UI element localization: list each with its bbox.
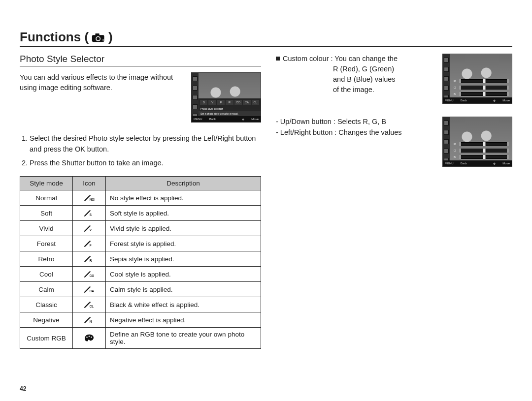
cell-mode: Calm: [20, 282, 73, 297]
th-desc: Description: [106, 177, 261, 190]
style-chip: CO: [234, 100, 242, 105]
rgb-sliders: R G B: [454, 79, 509, 96]
right-column: Custom colour : You can change the R (Re…: [276, 54, 512, 349]
menu-label: MENU: [445, 162, 454, 165]
camera-screenshot-rgb-1: R G B MENU Back ✥ Move: [442, 54, 512, 104]
table-row: Normal NOR No style effect is applied.: [20, 190, 261, 206]
svg-text:NOR: NOR: [90, 198, 95, 202]
slider-track: [459, 79, 509, 83]
slider-track: [459, 142, 509, 146]
table-row: Vivid V Vivid style is applied.: [20, 221, 261, 236]
slider-track: [459, 92, 509, 96]
th-mode: Style mode: [20, 177, 73, 190]
cell-desc: Forest style is applied.: [106, 236, 261, 251]
menu-label: MENU: [445, 99, 454, 102]
rgb-slider-row: G: [454, 86, 509, 90]
slider-thumb: [483, 92, 485, 96]
svg-text:V: V: [90, 229, 92, 232]
cell-desc: Soft style is applied.: [106, 206, 261, 221]
controls-text: - Up/Down button : Selects R, G, B- Left…: [276, 117, 435, 167]
cell-icon: V: [73, 221, 106, 236]
screenshot-bottom-bar: MENU Back ✥ Move: [443, 160, 512, 166]
left-column: Photo Style Selector You can add various…: [20, 54, 261, 349]
screenshot-left-strip: [443, 54, 450, 103]
slider-thumb: [483, 155, 485, 159]
cell-desc: Calm style is applied.: [106, 282, 261, 297]
rgb-slider-row: R: [454, 142, 509, 146]
back-label: Back: [209, 118, 216, 121]
cell-icon: CA: [73, 282, 106, 297]
slider-track: [459, 86, 509, 90]
section-subheading: Photo Style Selector: [20, 54, 261, 66]
slider-thumb: [483, 149, 485, 153]
svg-text:Fn: Fn: [102, 39, 105, 42]
cell-icon: CL: [73, 297, 106, 312]
svg-rect-3: [96, 33, 100, 35]
cell-mode: Cool: [20, 267, 73, 282]
cell-desc: Sepia style is applied.: [106, 251, 261, 267]
slider-track: [459, 155, 509, 159]
move-icon: ✥: [493, 162, 496, 165]
menu-label: MENU: [194, 118, 202, 121]
square-bullet-icon: [276, 57, 280, 61]
manual-page: Functions ( Fn ) Photo Style Selector Yo…: [0, 0, 532, 401]
move-icon: ✥: [493, 99, 496, 102]
move-icon: ✥: [242, 118, 244, 121]
custom-colour-text: Custom colour : You can change the R (Re…: [276, 54, 435, 104]
table-row: Classic CL Black & white effect is appli…: [20, 297, 261, 312]
table-row: Custom RGB Define an RGB tone to create …: [20, 328, 261, 349]
slider-label: R: [454, 143, 458, 146]
screenshot-bottom-bar: MENU Back ✥ Move: [443, 97, 512, 103]
screenshot-bottom-bar: MENU Back ✥ Move: [192, 116, 261, 122]
slider-label: B: [454, 155, 458, 158]
table-row: Calm CA Calm style is applied.: [20, 282, 261, 297]
custom-line3: and B (Blue) values: [333, 74, 396, 85]
cell-mode: Classic: [20, 297, 73, 312]
page-number: 42: [20, 385, 26, 392]
style-selector-bar: SVFRCOCACL: [199, 98, 261, 106]
cell-mode: Custom RGB: [20, 328, 73, 349]
style-chip: CA: [243, 100, 250, 105]
custom-line2: R (Red), G (Green): [333, 64, 394, 74]
cell-desc: Negative effect is applied.: [106, 312, 261, 328]
custom-line4: of the image.: [333, 85, 374, 95]
screenshot-caption-2: Set a photo style to evoke a mood.: [199, 111, 261, 116]
rgb-sliders: R G B: [454, 142, 509, 159]
cell-desc: No style effect is applied.: [106, 190, 261, 206]
table-row: Negative N Negative effect is applied.: [20, 312, 261, 328]
control-line: - Left/Right button : Changes the values: [276, 127, 435, 138]
title-suffix: ): [108, 30, 113, 45]
page-title-row: Functions ( Fn ): [20, 30, 512, 47]
table-row: Retro R Sepia style is applied.: [20, 251, 261, 267]
move-label: Move: [251, 118, 259, 121]
svg-text:R: R: [90, 259, 92, 263]
svg-text:CL: CL: [90, 305, 94, 308]
slider-label: B: [454, 93, 458, 95]
cell-mode: Retro: [20, 251, 73, 267]
cell-icon: [73, 328, 106, 349]
cell-mode: Soft: [20, 206, 73, 221]
slider-thumb: [483, 86, 485, 90]
cell-icon: N: [73, 312, 106, 328]
rgb-slider-row: B: [454, 92, 509, 96]
rgb-slider-row: G: [454, 149, 509, 153]
cell-desc: Vivid style is applied.: [106, 221, 261, 236]
instruction-step: Press the Shutter button to take an imag…: [30, 158, 261, 169]
cell-icon: S: [73, 206, 106, 221]
slider-thumb: [483, 79, 485, 83]
cell-mode: Forest: [20, 236, 73, 251]
cell-desc: Define an RGB tone to create your own ph…: [106, 328, 261, 349]
control-line: - Up/Down button : Selects R, G, B: [276, 117, 435, 127]
camera-screenshot-rgb-2: R G B MENU Back ✥ Move: [442, 117, 512, 167]
move-label: Move: [502, 162, 510, 165]
slider-label: R: [454, 80, 458, 83]
rgb-slider-row: R: [454, 79, 509, 83]
screenshot-left-strip: [192, 73, 199, 122]
svg-text:CA: CA: [90, 290, 95, 293]
back-label: Back: [461, 99, 467, 102]
rgb-slider-row: B: [454, 155, 509, 159]
title-prefix: Functions (: [20, 30, 89, 45]
style-chip: F: [217, 100, 225, 105]
svg-point-16: [91, 337, 92, 338]
style-chip: R: [226, 100, 233, 105]
